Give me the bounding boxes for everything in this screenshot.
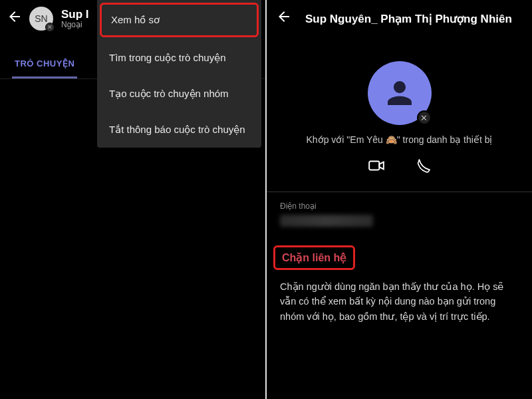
profile-header: Sup Nguyên_ Phạm Thị Phượng Nhiên — [267, 0, 532, 37]
video-call-button[interactable] — [368, 157, 385, 177]
video-icon — [368, 157, 385, 174]
audio-call-button[interactable] — [414, 157, 432, 177]
chat-title-block: Sup I Ngoại — [53, 8, 89, 29]
presence-badge-icon: ✕ — [45, 23, 55, 32]
action-row — [368, 157, 432, 192]
context-menu: Xem hồ sơ Tìm trong cuộc trò chuyện Tạo … — [97, 0, 261, 148]
menu-mute[interactable]: Tắt thông báo cuộc trò chuyện — [97, 112, 261, 148]
profile-section: ✕ Khớp với "Em Yêu 🙈" trong danh bạ thiế… — [267, 61, 532, 192]
block-description: Chặn người dùng ngăn bạn thấy thư của họ… — [280, 279, 519, 324]
profile-title: Sup Nguyên_ Phạm Thị Phượng Nhiên — [305, 12, 512, 26]
chat-screen: SN ✕ Sup I Ngoại TRÒ CHUYỆN Xem hồ sơ Tì… — [0, 0, 265, 399]
phone-section: Điện thoại — [267, 192, 532, 231]
phone-value-blurred — [280, 215, 373, 227]
back-icon[interactable] — [276, 9, 295, 29]
svg-rect-0 — [369, 162, 379, 170]
chat-subtitle: Ngoại — [61, 20, 89, 29]
person-icon — [382, 75, 418, 111]
profile-avatar: ✕ — [368, 61, 432, 125]
avatar[interactable]: SN ✕ — [29, 7, 53, 31]
block-section: Chặn liên hệ Chặn người dùng ngăn bạn th… — [267, 231, 532, 332]
menu-view-profile[interactable]: Xem hồ sơ — [100, 3, 259, 37]
avatar-initials: SN — [35, 13, 47, 24]
presence-badge-icon: ✕ — [417, 110, 432, 125]
tab-chat[interactable]: TRÒ CHUYỆN — [12, 51, 77, 78]
phone-icon — [414, 157, 432, 174]
contact-match-text: Khớp với "Em Yêu 🙈" trong danh bạ thiết … — [307, 134, 493, 145]
phone-label: Điện thoại — [280, 201, 519, 211]
back-icon[interactable] — [7, 9, 25, 29]
block-contact-label: Chặn liên hệ — [282, 252, 346, 263]
profile-screen: Sup Nguyên_ Phạm Thị Phượng Nhiên ✕ Khớp… — [267, 0, 532, 399]
chat-title: Sup I — [61, 8, 89, 21]
menu-search-in-chat[interactable]: Tìm trong cuộc trò chuyện — [97, 40, 261, 76]
block-contact-button[interactable]: Chặn liên hệ — [273, 245, 355, 270]
menu-create-group[interactable]: Tạo cuộc trò chuyện nhóm — [97, 76, 261, 112]
